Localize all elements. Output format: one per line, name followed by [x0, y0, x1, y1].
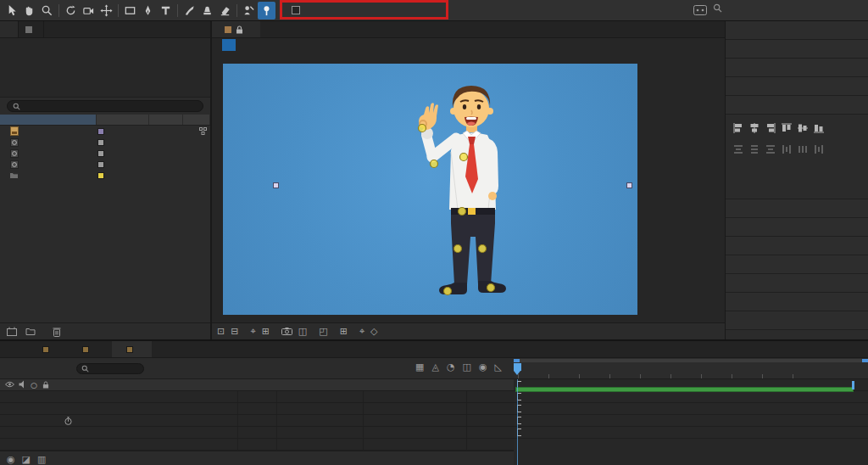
track-row[interactable]	[514, 427, 868, 439]
frame-blend-icon[interactable]: ◫	[463, 361, 471, 373]
panel-info[interactable]	[726, 21, 868, 40]
table-row[interactable]	[0, 148, 210, 159]
roto-brush-tool[interactable]	[240, 2, 258, 20]
table-row[interactable]	[0, 137, 210, 148]
track-row[interactable]	[514, 403, 868, 415]
zoom-tool[interactable]	[38, 2, 56, 20]
distribute-top-button[interactable]	[733, 144, 743, 154]
property-group-row[interactable]	[0, 403, 514, 415]
tab-comp-human[interactable]	[72, 341, 103, 357]
align-left-button[interactable]	[733, 123, 743, 133]
selection-tool[interactable]	[3, 2, 20, 20]
align-right-button[interactable]	[765, 123, 776, 133]
tab-composition[interactable]	[212, 21, 260, 37]
expand-layer-switches-icon[interactable]: ◉	[7, 454, 15, 465]
tab-comp-human2[interactable]	[112, 341, 152, 357]
panel-align[interactable]	[726, 96, 868, 115]
shape-tool[interactable]	[121, 2, 139, 20]
current-time-indicator-head[interactable]	[514, 363, 521, 371]
column-name[interactable]	[0, 115, 97, 125]
timeline-search-input[interactable]	[76, 363, 144, 374]
grid-options-icon[interactable]: ⌖	[250, 326, 255, 337]
track-row[interactable]	[514, 391, 868, 403]
navigator-start-handle[interactable]	[514, 359, 520, 362]
tab-layer[interactable]	[362, 21, 379, 37]
panel-effects-presets[interactable]	[726, 77, 868, 96]
align-center-h-button[interactable]	[749, 123, 760, 133]
property-group-row[interactable]	[0, 391, 514, 403]
comp-name-chip[interactable]	[222, 39, 236, 51]
tab-effect-controls[interactable]	[19, 21, 44, 37]
fast-preview-icon[interactable]: ◇	[370, 326, 377, 337]
puppet-pin-tool[interactable]	[258, 2, 275, 20]
tab-comp-puppet-tools[interactable]	[32, 341, 64, 357]
table-row[interactable]	[0, 126, 210, 137]
align-bottom-button[interactable]	[814, 123, 824, 133]
panel-preview[interactable]	[726, 59, 868, 77]
new-folder-icon[interactable]	[25, 328, 36, 335]
draft-3d-icon[interactable]: ◬	[431, 361, 438, 373]
mesh-show-checkbox[interactable]	[292, 6, 300, 14]
composition-canvas[interactable]	[223, 64, 637, 315]
navigator-end-handle[interactable]	[862, 359, 868, 362]
property-group-row[interactable]	[0, 427, 514, 439]
label-color-chip[interactable]	[97, 128, 104, 135]
current-time-indicator-line[interactable]	[517, 379, 518, 465]
time-ruler[interactable]	[514, 358, 868, 379]
show-snapshot-icon[interactable]: ◫	[298, 326, 307, 337]
tab-project[interactable]	[0, 21, 19, 37]
pen-tool[interactable]	[139, 2, 157, 20]
type-tool[interactable]	[157, 2, 175, 20]
interpret-footage-icon[interactable]	[7, 327, 17, 336]
comp-flowchart-icon[interactable]: ▦	[415, 361, 424, 373]
shortcut-editor-icon[interactable]	[693, 5, 707, 15]
help-search-input[interactable]	[726, 3, 845, 13]
timeline-track-area[interactable]	[514, 379, 868, 465]
trash-icon[interactable]	[53, 327, 61, 337]
always-preview-icon[interactable]: ⊡	[217, 326, 225, 337]
motion-blur-icon[interactable]: ◉	[479, 361, 487, 373]
hand-tool[interactable]	[20, 2, 38, 20]
view-layout-icon[interactable]: ⊞	[340, 326, 348, 337]
distribute-bottom-button[interactable]	[765, 144, 776, 154]
pan-behind-tool[interactable]	[97, 2, 115, 20]
panel-tracker[interactable]	[726, 218, 868, 237]
eraser-tool[interactable]	[216, 2, 234, 20]
time-navigator[interactable]	[514, 359, 868, 362]
pixel-aspect-icon[interactable]: ⌖	[359, 326, 364, 337]
expand-transfer-controls-icon[interactable]: ◪	[22, 454, 31, 465]
tab-render-queue[interactable]	[0, 341, 20, 357]
mesh-handle[interactable]	[626, 182, 632, 188]
main-viewer-icon[interactable]: ⊟	[231, 326, 238, 337]
brush-tool[interactable]	[181, 2, 198, 20]
stopwatch-icon[interactable]	[64, 417, 72, 425]
layer-duration-bar[interactable]	[515, 387, 854, 392]
panel-audio[interactable]	[726, 40, 868, 59]
property-row[interactable]	[0, 415, 514, 427]
distribute-left-button[interactable]	[782, 144, 792, 154]
expand-in-out-icon[interactable]: ▥	[37, 454, 46, 465]
panel-libraries[interactable]	[726, 199, 868, 218]
camera-tool[interactable]	[80, 2, 97, 20]
column-type[interactable]	[97, 115, 149, 125]
region-of-interest-icon[interactable]: ◰	[319, 326, 327, 337]
project-search-input[interactable]	[7, 100, 203, 112]
rotation-tool[interactable]	[62, 2, 80, 20]
mask-visibility-icon[interactable]: ⊞	[262, 326, 270, 337]
align-top-button[interactable]	[782, 123, 792, 133]
graph-editor-icon[interactable]: ◺	[495, 361, 502, 373]
snapshot-camera-icon[interactable]	[281, 328, 292, 335]
character-artwork[interactable]	[415, 82, 530, 307]
distribute-center-v-button[interactable]	[749, 144, 760, 154]
panel-character[interactable]	[726, 293, 868, 311]
panel-brushes[interactable]	[726, 237, 868, 255]
distribute-center-h-button[interactable]	[798, 144, 808, 154]
clone-stamp-tool[interactable]	[198, 2, 216, 20]
panel-smoother[interactable]	[726, 311, 868, 330]
track-row[interactable]	[514, 415, 868, 427]
tab-footage[interactable]	[294, 21, 311, 37]
table-row[interactable]	[0, 159, 210, 170]
panel-paragraph[interactable]	[726, 274, 868, 293]
mesh-handle[interactable]	[273, 182, 279, 188]
align-center-v-button[interactable]	[798, 123, 808, 133]
